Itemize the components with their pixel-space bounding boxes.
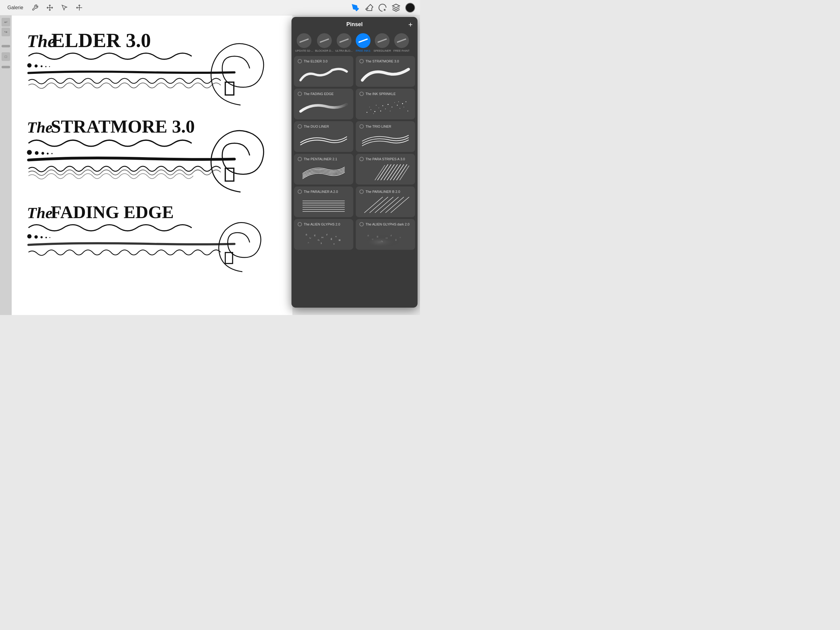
svg-point-48 xyxy=(390,111,390,111)
brush-paralinerA-radio[interactable] xyxy=(298,190,302,194)
undo-button[interactable]: ↩ xyxy=(2,18,10,27)
layers-icon[interactable] xyxy=(392,3,400,12)
brush-paralinerB-name: The PARALINER B 2.0 xyxy=(366,190,400,193)
svg-text:ꀦ: ꀦ xyxy=(330,238,333,241)
brush-inksprinkle-radio[interactable] xyxy=(359,92,364,96)
eraser-icon[interactable] xyxy=(365,3,373,12)
brush-item-alienglyphs[interactable]: The ALIEN GLYPHS 2.0 ꀠ ꒤ ꁊ ꂙ ꀿ ꁐ ꀦ ꂈ ꁙ xyxy=(294,219,353,250)
svg-point-46 xyxy=(376,105,376,106)
shape-tool[interactable]: □ xyxy=(2,52,10,61)
tab-freepaint[interactable]: FREE PAINT xyxy=(393,33,410,52)
tab-freeinks[interactable]: FREE INKS xyxy=(355,33,372,52)
svg-line-55 xyxy=(387,164,398,180)
svg-text:FADING EDGE: FADING EDGE xyxy=(51,203,174,222)
svg-point-34 xyxy=(379,108,379,108)
tab-ultra-icon xyxy=(337,33,351,48)
galerie-button[interactable]: Galerie xyxy=(5,4,26,12)
svg-point-39 xyxy=(395,103,395,103)
svg-line-57 xyxy=(393,164,404,180)
size-slider[interactable] xyxy=(2,66,10,68)
brush-stratmore-radio[interactable] xyxy=(359,59,364,63)
brush-parastripes-radio[interactable] xyxy=(359,157,364,161)
brush-stratmore-name: The STRATMORE 3.0 xyxy=(366,59,399,63)
tab-freepaint-icon xyxy=(394,33,409,48)
brush-item-trioliner[interactable]: The TRIO LINER xyxy=(356,121,415,152)
svg-text:ꁊ: ꁊ xyxy=(314,234,316,237)
brush-item-stratmore[interactable]: The STRATMORE 3.0 xyxy=(356,56,415,87)
svg-text:ꁊ: ꁊ xyxy=(376,235,379,238)
brush-alienglyphsdark-radio[interactable] xyxy=(359,222,364,226)
tab-ultra-label: ULTRA BLO... xyxy=(335,49,352,52)
svg-point-51 xyxy=(407,111,408,112)
brush-row-1: The ELDER 3.0 The STRATMORE 3.0 xyxy=(294,56,415,87)
brush-item-parastripes[interactable]: The PARA STRIPES A 3.0 xyxy=(356,154,415,185)
transform-button[interactable] xyxy=(44,2,55,13)
svg-text:ELDER 3.0: ELDER 3.0 xyxy=(51,29,151,51)
brush-item-alienglyphsdark[interactable]: The ALIEN GLYPHS dark 2.0 ꀠ ꒤ ꁊ ꂙ xyxy=(356,219,415,250)
brush-item-pentaliner[interactable]: The PENTALINER 2.1 xyxy=(294,154,353,185)
brush-item-inksprinkle[interactable]: The INK SPRINKLE xyxy=(356,89,415,119)
svg-point-49 xyxy=(398,101,399,102)
svg-point-35 xyxy=(382,105,384,106)
brush-fading-radio[interactable] xyxy=(298,92,302,96)
move-button[interactable] xyxy=(74,2,85,13)
brush-item-fading[interactable]: The FADING EDGE xyxy=(294,89,353,119)
smudge-icon[interactable] xyxy=(378,3,387,12)
svg-point-47 xyxy=(381,111,381,111)
tab-update-icon xyxy=(297,33,311,48)
tab-speedliner-label: SPEEDLINER xyxy=(374,49,391,52)
svg-text:ꀠ: ꀠ xyxy=(367,234,369,237)
redo-button[interactable]: ↪ xyxy=(2,28,10,36)
transform-icon xyxy=(46,4,53,11)
tab-update[interactable]: UPDATE 02-... xyxy=(295,33,313,52)
brush-list: The ELDER 3.0 The STRATMORE 3.0 xyxy=(292,55,418,306)
brush-row-5: The PARALINER A 2.0 xyxy=(294,187,415,217)
brush-item-paralinerB[interactable]: The PARALINER B 2.0 xyxy=(356,187,415,217)
brush-duoliner-name: The DUO LINER xyxy=(304,125,329,128)
svg-text:ꁐ: ꁐ xyxy=(326,233,328,236)
brush-item-paralinerA[interactable]: The PARALINER A 2.0 xyxy=(294,187,353,217)
brush-paralinerB-preview xyxy=(359,196,411,214)
tab-ultra[interactable]: ULTRA BLO... xyxy=(335,33,352,52)
select-button[interactable] xyxy=(59,2,70,13)
svg-point-12 xyxy=(45,66,46,67)
svg-point-25 xyxy=(27,234,32,238)
pen-active-icon[interactable] xyxy=(351,3,360,12)
svg-text:ꀡ: ꀡ xyxy=(308,242,309,244)
opacity-slider[interactable] xyxy=(2,45,10,47)
svg-point-42 xyxy=(402,103,403,104)
panel-add-button[interactable]: + xyxy=(408,20,413,29)
brush-trioliner-radio[interactable] xyxy=(359,124,364,128)
brush-row-4: The PENTALINER 2.1 The PARA STRIPES A 3.… xyxy=(294,154,415,185)
tab-blocker[interactable]: BLOCKER D... xyxy=(315,33,333,52)
svg-text:ꀿ: ꀿ xyxy=(385,237,388,239)
svg-line-71 xyxy=(385,197,404,212)
brush-pentaliner-radio[interactable] xyxy=(298,157,302,161)
brush-paralinerA-preview xyxy=(298,196,350,214)
svg-text:꒤: ꒤ xyxy=(372,238,374,240)
brush-trioliner-header: The TRIO LINER xyxy=(359,124,411,128)
tab-speedliner[interactable]: SPEEDLINER xyxy=(374,33,391,52)
brush-item-duoliner[interactable]: The DUO LINER xyxy=(294,121,353,152)
brush-paralinerB-header: The PARALINER B 2.0 xyxy=(359,190,411,194)
svg-text:ꂈ: ꂈ xyxy=(335,236,337,237)
color-picker[interactable] xyxy=(405,3,415,13)
brush-paralinerB-radio[interactable] xyxy=(359,190,364,194)
brush-paralinerA-name: The PARALINER A 2.0 xyxy=(304,190,338,193)
brush-stratmore-header: The STRATMORE 3.0 xyxy=(359,59,411,63)
brush-duoliner-radio[interactable] xyxy=(298,124,302,128)
svg-line-69 xyxy=(375,197,393,212)
brush-item-elder[interactable]: The ELDER 3.0 xyxy=(294,56,353,87)
brush-elder-radio[interactable] xyxy=(298,59,302,63)
brush-alienglyphs-radio[interactable] xyxy=(298,222,302,226)
toolbar: Galerie xyxy=(0,0,420,15)
brush-stratmore-preview xyxy=(359,65,411,84)
svg-point-40 xyxy=(397,105,398,106)
brush-pentaliner-name: The PENTALINER 2.1 xyxy=(304,157,337,161)
settings-button[interactable] xyxy=(30,2,41,13)
svg-point-27 xyxy=(41,236,43,238)
brush-elder-header: The ELDER 3.0 xyxy=(298,59,350,63)
svg-text:ꀳ: ꀳ xyxy=(320,242,322,244)
svg-point-29 xyxy=(49,237,51,238)
svg-line-54 xyxy=(384,164,394,180)
